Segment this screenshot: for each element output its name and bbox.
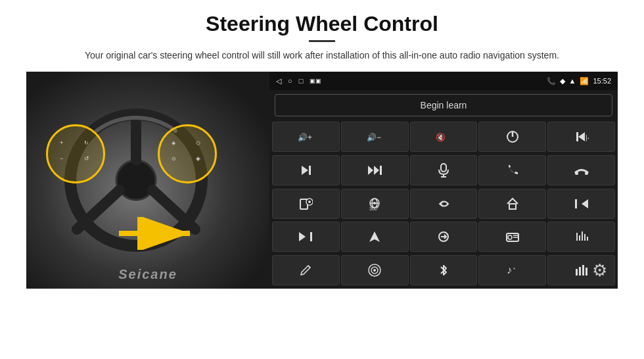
svg-point-35 (308, 201, 311, 203)
recents-icon: □ (299, 77, 304, 85)
steering-image: + ↻ − ↺ ◈ ◇ ⊙ ◈ (26, 72, 269, 289)
svg-text:↺: ↺ (84, 155, 89, 162)
svg-text:*: * (513, 266, 515, 272)
yellow-circle-right: ◈ ◇ ⊙ ◈ (158, 124, 217, 183)
target-btn[interactable] (341, 255, 409, 285)
settings-gear-btn[interactable]: ⚙ (587, 258, 611, 282)
screen-btn[interactable] (272, 189, 340, 219)
phone-status-icon: 📞 (547, 77, 556, 85)
radio-btn[interactable] (478, 222, 546, 252)
svg-rect-32 (585, 172, 588, 175)
status-bar: ◁ ○ □ ▣▣ 📞 ◆ ▲ 📶 15:52 (269, 72, 618, 90)
svg-rect-24 (309, 166, 311, 175)
home-btn[interactable] (478, 189, 546, 219)
status-left: ◁ ○ □ ▣▣ (276, 77, 321, 85)
location-icon: ◆ (560, 77, 565, 85)
signal-icon: 📶 (580, 77, 589, 85)
controls-grid: 🔊+ 🔊− 🔇 (269, 120, 618, 289)
title-divider (309, 40, 335, 42)
android-ui: ◁ ○ □ ▣▣ 📞 ◆ ▲ 📶 15:52 Begin learn (269, 72, 618, 289)
clock: 15:52 (593, 77, 611, 85)
svg-rect-41 (509, 204, 516, 209)
vol-up-btn[interactable]: 🔊+ (272, 122, 340, 152)
back-icon: ◁ (276, 77, 281, 85)
svg-text:◈: ◈ (172, 140, 176, 146)
svg-rect-31 (575, 172, 578, 175)
switch-btn[interactable] (410, 222, 478, 252)
status-right: 📞 ◆ ▲ 📶 15:52 (547, 77, 611, 85)
svg-text:↻: ↻ (84, 140, 89, 146)
rew-btn[interactable] (547, 189, 615, 219)
skip-fwd-btn[interactable] (272, 222, 340, 252)
svg-text:◈: ◈ (196, 155, 200, 162)
svg-text:♪: ♪ (507, 264, 512, 275)
svg-text:🔊+: 🔊+ (298, 132, 312, 142)
svg-rect-27 (380, 166, 382, 175)
svg-text:◇: ◇ (196, 139, 200, 146)
begin-learn-row: Begin learn (269, 90, 618, 120)
back-btn[interactable] (410, 189, 478, 219)
seicane-watermark: Seicane (118, 267, 177, 282)
svg-text:🔇: 🔇 (436, 132, 446, 142)
svg-marker-45 (299, 232, 306, 241)
svg-rect-28 (441, 164, 446, 172)
view360-btn[interactable]: 360° (341, 189, 409, 219)
svg-marker-20 (578, 132, 585, 141)
svg-point-39 (373, 202, 376, 204)
wifi-icon: ▲ (569, 77, 576, 85)
mic-btn[interactable] (410, 155, 478, 185)
svg-text:⊙: ⊙ (172, 156, 176, 162)
svg-point-50 (508, 235, 512, 239)
yellow-arrow (119, 217, 198, 250)
svg-text:360°: 360° (369, 206, 379, 211)
svg-rect-64 (576, 269, 578, 275)
svg-marker-43 (582, 199, 588, 208)
navigate-btn[interactable] (341, 222, 409, 252)
yellow-circle-left: + ↻ − ↺ (46, 124, 105, 183)
begin-learn-button[interactable]: Begin learn (275, 94, 612, 116)
mute-btn[interactable]: 🔇 (410, 122, 478, 152)
svg-rect-21 (576, 132, 578, 141)
svg-marker-25 (368, 166, 373, 175)
screenshot-icon: ▣▣ (310, 78, 321, 84)
svg-text:|◀: |◀ (586, 134, 589, 141)
music-btn[interactable]: ♪ * (478, 255, 546, 285)
svg-line-58 (308, 266, 310, 268)
next-btn[interactable] (272, 155, 340, 185)
content-area: + ↻ − ↺ ◈ ◇ ⊙ ◈ (26, 72, 618, 289)
phone-btn[interactable] (478, 155, 546, 185)
page-wrapper: Steering Wheel Control Your original car… (0, 0, 644, 359)
vol-down-btn[interactable]: 🔊− (341, 122, 409, 152)
svg-rect-44 (310, 232, 312, 241)
svg-rect-66 (582, 265, 584, 275)
svg-rect-65 (579, 267, 581, 275)
svg-text:+: + (60, 139, 63, 146)
home-icon: ○ (288, 77, 292, 85)
prev-track-btn[interactable]: |◀ (547, 122, 615, 152)
fwd-btn[interactable] (341, 155, 409, 185)
power-btn[interactable] (478, 122, 546, 152)
hangup-btn[interactable] (547, 155, 615, 185)
page-subtitle: Your original car's steering wheel contr… (85, 49, 559, 62)
svg-text:−: − (60, 155, 63, 162)
bluetooth-btn[interactable] (410, 255, 478, 285)
svg-marker-46 (369, 231, 380, 242)
eq-btn[interactable] (547, 222, 615, 252)
svg-rect-42 (575, 199, 577, 208)
svg-text:🔊−: 🔊− (367, 132, 381, 142)
svg-point-61 (373, 269, 376, 272)
page-title: Steering Wheel Control (206, 12, 438, 36)
edit-btn[interactable] (272, 255, 340, 285)
svg-marker-23 (302, 166, 308, 175)
svg-marker-26 (374, 166, 379, 175)
